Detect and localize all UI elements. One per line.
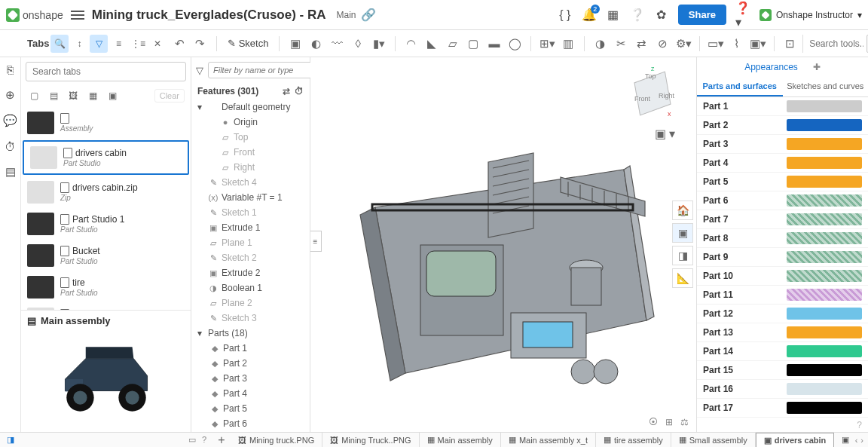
main-assembly-header[interactable]: ▤ Main assembly [27, 315, 185, 326]
split-icon[interactable]: ✂ [613, 35, 629, 52]
link-icon[interactable]: 🔗 [361, 8, 376, 23]
canvas-3d[interactable]: ≡ Top Front Right z x ▣ ▾ 🏠 ▣ ◨ 📐 [310, 57, 696, 432]
feature-filter-icon[interactable]: ▽ [196, 63, 203, 78]
color-swatch[interactable] [787, 157, 862, 169]
color-swatch[interactable] [787, 326, 862, 338]
question-icon[interactable]: ❓ ▾ [735, 8, 750, 23]
draft-icon[interactable]: ▱ [445, 35, 461, 52]
tabs-search-input[interactable] [26, 62, 186, 81]
appearance-part-row[interactable]: Part 5 [697, 173, 868, 191]
feature-row[interactable]: ▣Extrude 2 [191, 265, 310, 280]
assembly-thumbnail[interactable] [27, 331, 185, 427]
filter-asm-icon[interactable]: ▦ [86, 89, 99, 103]
appearance-part-row[interactable]: Part 1 [697, 97, 868, 116]
filter-image-icon[interactable]: 🖼 [66, 89, 80, 103]
bot-help-icon[interactable]: ? [202, 435, 206, 445]
shell-icon[interactable]: ▢ [466, 35, 482, 52]
rail-history-icon[interactable]: ⏱ [3, 139, 18, 154]
revolve-icon[interactable]: ◐ [308, 35, 325, 52]
part-row-feature[interactable]: ◆Part 1 [191, 341, 310, 356]
rib-icon[interactable]: ▬ [486, 35, 503, 52]
appearance-part-row[interactable]: Part 12 [697, 305, 868, 323]
rail-insert-icon[interactable]: ⊕ [3, 87, 18, 103]
appearance-part-row[interactable]: Part 7 [697, 210, 868, 229]
pattern-icon[interactable]: ⊞▾ [539, 35, 555, 52]
timer-icon[interactable]: ⏱ [295, 86, 304, 96]
feature-row[interactable]: ✎Sketch 3 [191, 311, 310, 326]
mirror-icon[interactable]: ▥ [560, 35, 576, 52]
color-swatch[interactable] [787, 138, 862, 150]
gear-icon[interactable]: ✿ [654, 8, 669, 23]
appearance-part-row[interactable]: Part 6 [697, 191, 868, 210]
bot-expand-icon[interactable]: ▭ [188, 435, 196, 445]
appearance-part-row[interactable]: Part 3 [697, 135, 868, 154]
tab-item[interactable]: Part Studio 1 Part Studio [21, 208, 191, 240]
rail-tabs-icon[interactable]: ⎘ [3, 62, 18, 77]
bottom-tab[interactable]: ▣drivers cabin [756, 433, 834, 448]
rail-bottom-icon[interactable]: ◨ [7, 435, 14, 444]
tab-item[interactable]: tire.zip Zip [21, 303, 191, 310]
grid-snap-icon[interactable]: ⊞ [665, 417, 673, 427]
bottom-tab[interactable]: ▦Main assembly [420, 433, 501, 448]
feature-row[interactable]: ▱Right [191, 160, 310, 175]
drawer-toggle[interactable]: ≡ [310, 231, 322, 252]
chamfer-icon[interactable]: ◣ [423, 35, 440, 52]
add-appearance-icon[interactable]: ✚ [813, 62, 821, 72]
branch-icon[interactable]: { } [558, 8, 573, 23]
detail-list-icon[interactable]: ⋮≡ [129, 35, 147, 53]
help-icon-small[interactable]: ? [857, 420, 862, 430]
color-swatch[interactable] [787, 100, 862, 112]
section-icon[interactable]: ⊡ [781, 35, 798, 52]
feature-row[interactable]: ◑Boolean 1 [191, 280, 310, 295]
feature-row[interactable]: ▱Top [191, 130, 310, 145]
fillet-icon[interactable]: ◠ [403, 35, 420, 52]
color-swatch[interactable] [787, 194, 862, 207]
rail-descriptor-icon[interactable]: ▤ [3, 164, 18, 179]
appearance-part-row[interactable]: Part 13 [697, 323, 868, 342]
modify-icon[interactable]: ⚙▾ [675, 35, 692, 52]
sort-icon[interactable]: ↕ [70, 35, 88, 53]
rail-comments-icon[interactable]: 💬 [3, 113, 18, 128]
tab-item[interactable]: tire Part Studio [21, 271, 191, 303]
appearance-part-row[interactable]: Part 4 [697, 154, 868, 173]
iso-icon[interactable]: ▣ [672, 223, 693, 243]
color-swatch[interactable] [787, 308, 862, 320]
feature-row[interactable]: ✎Sketch 1 [191, 205, 310, 220]
tab-parts-surfaces[interactable]: Parts and surfaces [697, 77, 783, 96]
transform-icon[interactable]: ⇄ [634, 35, 650, 52]
tab-item[interactable]: Assembly [21, 107, 191, 139]
redo-icon[interactable]: ↷ [192, 35, 209, 52]
feature-row[interactable]: ✎Sketch 4 [191, 175, 310, 190]
part-row-feature[interactable]: ◆Part 4 [191, 386, 310, 401]
filter-other-icon[interactable]: ▣ [105, 89, 119, 103]
feature-row[interactable]: ▱Plane 1 [191, 235, 310, 250]
boolean-icon[interactable]: ◑ [592, 35, 609, 52]
section-view-icon[interactable]: ◨ [672, 246, 693, 265]
appearance-part-row[interactable]: Part 10 [697, 267, 868, 286]
part-row-feature[interactable]: ◆Part 2 [191, 356, 310, 371]
help-icon[interactable]: ❔ [630, 8, 645, 23]
appearance-part-row[interactable]: Part 2 [697, 116, 868, 135]
derived-icon[interactable]: ▣▾ [750, 35, 766, 52]
appearance-part-row[interactable]: Part 15 [697, 361, 868, 380]
tabs-prev-icon[interactable]: ‹ [855, 436, 858, 445]
search-tools-input[interactable] [809, 38, 863, 49]
appearance-part-row[interactable]: Part 14 [697, 342, 868, 361]
undo-icon[interactable]: ↶ [171, 35, 188, 52]
sketch-button[interactable]: ✎Sketch [225, 38, 272, 49]
bell-icon[interactable]: 🔔2 [582, 8, 597, 23]
bottom-tab[interactable]: 🖼Mining Truck..PNG [322, 433, 419, 448]
color-swatch[interactable] [787, 364, 862, 376]
part-row-feature[interactable]: ◆Part 5 [191, 401, 310, 416]
delete-icon[interactable]: ⊘ [655, 35, 671, 52]
feature-row[interactable]: ▱Plane 2 [191, 295, 310, 311]
scale-icon[interactable]: ⦿ [649, 417, 658, 427]
helix-icon[interactable]: ⌇ [729, 35, 745, 52]
rollback-icon[interactable]: ⇄ [283, 86, 290, 96]
bottom-tab[interactable]: ▦Small assembly [671, 433, 756, 448]
color-swatch[interactable] [787, 176, 862, 188]
tab-item[interactable]: Bucket Part Studio [21, 240, 191, 271]
sweep-icon[interactable]: 〰 [329, 35, 346, 52]
appearance-part-row[interactable]: Part 9 [697, 248, 868, 267]
filter-page-icon[interactable]: ▤ [47, 89, 60, 103]
